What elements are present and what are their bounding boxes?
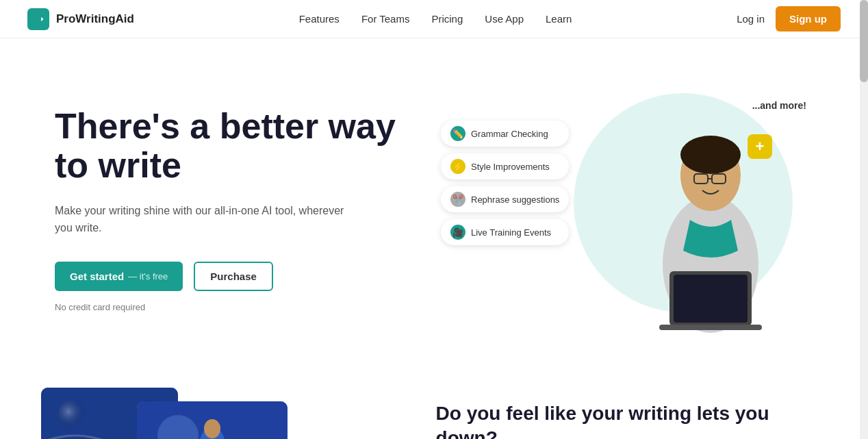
nav-learn[interactable]: Learn [546,13,572,25]
svg-point-2 [680,136,741,174]
signup-button[interactable]: Sign up [776,6,841,32]
hero-buttons: Get started — it's free Purchase [55,262,397,291]
hero-right: ...and more! + ✏️ Grammar Checking ⚡ Sty… [434,79,813,340]
rephrase-icon: ✂️ [450,192,465,207]
nav-features[interactable]: Features [299,13,340,25]
logo-link[interactable]: ProWritingAid [27,8,134,30]
hero-left: There's a better way to write Make your … [55,107,397,312]
logo-icon [27,8,49,30]
pill-rephrase: ✂️ Rephrase suggestions [441,186,569,212]
login-button[interactable]: Log in [737,13,765,25]
svg-point-10 [58,398,92,432]
page-scrollbar[interactable] [860,0,868,439]
scrollbar-thumb[interactable] [860,0,868,82]
svg-rect-8 [659,325,762,330]
get-started-button[interactable]: Get started — it's free [55,262,183,291]
pill-grammar-label: Grammar Checking [471,129,548,139]
svg-point-17 [204,419,220,438]
purchase-button[interactable]: Purchase [194,262,273,291]
pill-training-label: Live Training Events [471,227,551,238]
hero-subtitle: Make your writing shine with our all-in-… [55,202,356,237]
no-credit-text: No credit card required [55,302,397,312]
feature-pills: ✏️ Grammar Checking ⚡ Style Improvements… [441,121,569,245]
grammar-icon: ✏️ [450,126,465,141]
painting-overlay [137,401,288,439]
section2-right: Do you feel like your writing lets you d… [436,381,827,439]
free-label: — it's free [128,271,168,281]
section2-left: My idea in my head [41,381,395,439]
section2-title: Do you feel like your writing lets you d… [436,401,827,439]
training-icon: 🎥 [450,225,465,240]
hero-section: There's a better way to write Make your … [0,38,868,367]
section2: My idea in my head Do you feel like your… [0,367,868,439]
pill-style: ⚡ Style Improvements [441,153,569,179]
navbar: ProWritingAid Features For Teams Pricing… [0,0,868,38]
painting-overlay-svg [137,401,288,439]
brand-name: ProWritingAid [56,12,134,26]
pill-rephrase-label: Rephrase suggestions [471,195,559,205]
pill-training: 🎥 Live Training Events [441,219,569,245]
nav-use-app[interactable]: Use App [485,13,524,25]
nav-for-teams[interactable]: For Teams [361,13,410,25]
nav-links: Features For Teams Pricing Use App Learn [299,13,572,25]
nav-actions: Log in Sign up [737,6,841,32]
get-started-label: Get started [70,271,124,282]
nav-pricing[interactable]: Pricing [431,13,463,25]
hero-title: There's a better way to write [55,107,397,185]
logo-svg [31,12,45,26]
svg-rect-7 [674,275,748,323]
style-icon: ⚡ [450,159,465,174]
pill-grammar: ✏️ Grammar Checking [441,121,569,147]
hero-person-illustration [622,86,800,340]
pill-style-label: Style Improvements [471,162,550,172]
